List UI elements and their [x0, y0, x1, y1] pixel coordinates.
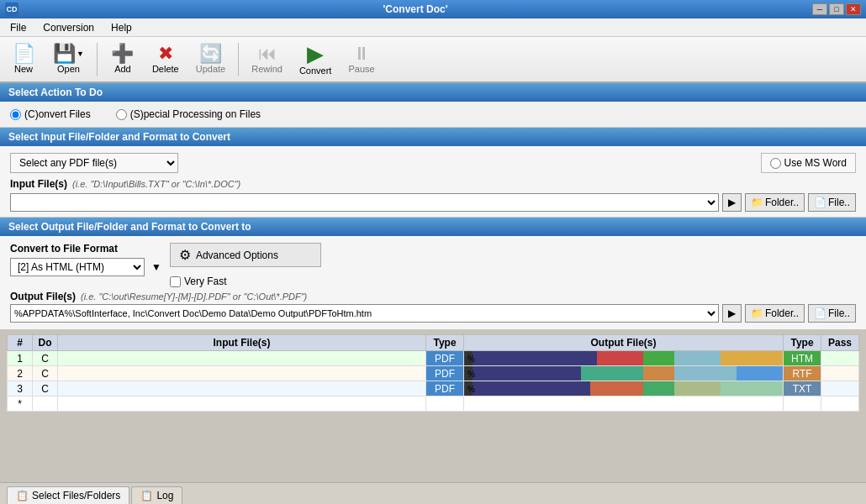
cell-output-2-text: % [467, 370, 475, 379]
toolbar-separator-2 [238, 43, 239, 76]
col-type-out: Type [784, 335, 821, 351]
output-path-select[interactable]: %APPDATA%\SoftInterface, Inc\Convert Doc… [10, 304, 719, 323]
cell-output-2: % [464, 366, 784, 381]
folder-icon: 📁 [751, 197, 763, 208]
open-button[interactable]: 💾 ▼ Open [45, 40, 92, 78]
output-files-label-row: Output File(s) (i.e. "C:\out\Resume[Y]-[… [10, 291, 856, 302]
update-button[interactable]: 🔄 Update [188, 40, 233, 78]
convert-button[interactable]: ▶ Convert [292, 39, 340, 80]
very-fast-checkbox[interactable] [170, 276, 181, 287]
cell-pass-3 [821, 381, 859, 396]
input-file-label: File.. [828, 197, 850, 208]
menu-conversion[interactable]: Conversion [36, 20, 101, 35]
delete-button[interactable]: ✖ Delete [145, 40, 187, 78]
update-label: Update [196, 64, 225, 74]
open-arrow-icon: ▼ [77, 50, 84, 58]
col-output: Output File(s) [464, 335, 784, 351]
use-ms-word-radio[interactable] [770, 158, 781, 169]
toolbar: 📄 New 💾 ▼ Open ➕ Add ✖ Delete 🔄 Update ⏮… [0, 37, 866, 83]
special-processing-option[interactable]: (S)pecial Processing on Files [116, 108, 261, 120]
cell-type-out-new [784, 396, 821, 412]
restore-btn[interactable]: □ [829, 3, 844, 15]
cell-output-3-text: % [467, 385, 475, 394]
output-top-row: Convert to File Format [2] As HTML (HTM)… [10, 243, 856, 287]
format-dropdown-row: [2] As HTML (HTM)[1] As Text (TXT)[3] As… [10, 258, 161, 276]
add-icon: ➕ [111, 45, 134, 63]
pause-label: Pause [348, 64, 374, 74]
close-btn[interactable]: ✕ [846, 3, 861, 15]
cell-num-new: * [8, 396, 33, 412]
rewind-button[interactable]: ⏮ Rewind [244, 40, 290, 78]
input-files-hint: (i.e. "D:\Input\Bills.TXT" or "C:\In\*.D… [72, 179, 240, 189]
cell-type-out-1: HTM [784, 351, 821, 366]
cell-pass-2 [821, 366, 859, 381]
menu-help[interactable]: Help [104, 20, 139, 35]
action-section-header: Select Action To Do [0, 83, 866, 102]
open-label: Open [57, 64, 80, 74]
action-radio-group: (C)onvert Files (S)pecial Processing on … [10, 108, 856, 120]
pause-button[interactable]: ⏸ Pause [341, 40, 382, 78]
input-files-row: ▶ 📁 Folder.. 📄 File.. [10, 193, 856, 212]
delete-icon: ✖ [158, 45, 173, 63]
pdf-select-area: Select any PDF file(s) [10, 153, 178, 173]
input-folder-btn[interactable]: 📁 Folder.. [745, 193, 805, 212]
col-num: # [8, 335, 33, 351]
advanced-options-btn[interactable]: ⚙ Advanced Options [170, 243, 321, 267]
menu-file[interactable]: File [3, 20, 33, 35]
output-files-label: Output File(s) [10, 291, 76, 302]
rewind-icon: ⏮ [258, 45, 277, 63]
output-folder-icon: 📁 [751, 307, 763, 319]
action-section: Select Action To Do (C)onvert Files (S)p… [0, 83, 866, 128]
cell-input-1 [58, 351, 426, 366]
title-bar: CD 'Convert Doc' ─ □ ✕ [0, 0, 866, 18]
special-processing-radio[interactable] [116, 109, 127, 120]
special-processing-label: (S)pecial Processing on Files [130, 108, 261, 120]
col-pass: Pass [821, 335, 859, 351]
action-section-content: (C)onvert Files (S)pecial Processing on … [0, 102, 866, 128]
output-file-btn[interactable]: 📄 File.. [808, 304, 856, 323]
add-label: Add [114, 64, 131, 74]
window-controls: ─ □ ✕ [812, 3, 861, 15]
update-icon: 🔄 [199, 45, 222, 63]
input-section: Select Input File/Folder and Format to C… [0, 128, 866, 218]
input-arrow-btn[interactable]: ▶ [722, 193, 742, 212]
output-arrow-btn[interactable]: ▶ [722, 304, 742, 323]
bottom-tabs: 📋 Select Files/Folders 📋 Log [0, 482, 866, 504]
cell-input-3 [58, 381, 426, 396]
table-row-new[interactable]: * [8, 396, 859, 412]
new-button[interactable]: 📄 New [3, 40, 44, 78]
input-section-header: Select Input File/Folder and Format to C… [0, 128, 866, 146]
output-folder-label: Folder.. [765, 307, 799, 319]
minimize-btn[interactable]: ─ [812, 3, 827, 15]
table-row[interactable]: 3 C PDF % TXT [8, 381, 859, 396]
col-do: Do [33, 335, 58, 351]
cell-output-1: % [464, 351, 784, 366]
use-ms-word-label: Use MS Word [784, 157, 847, 169]
table-row[interactable]: 2 C PDF % RTF [8, 366, 859, 381]
cell-do-1: C [33, 351, 58, 366]
cell-do-3: C [33, 381, 58, 396]
rewind-label: Rewind [251, 64, 283, 74]
advanced-options-icon: ⚙ [179, 247, 191, 263]
delete-label: Delete [152, 64, 179, 74]
cell-input-2 [58, 366, 426, 381]
tab-select-files[interactable]: 📋 Select Files/Folders [7, 486, 129, 504]
output-folder-btn[interactable]: 📁 Folder.. [745, 304, 805, 323]
input-files-select[interactable] [10, 193, 719, 212]
very-fast-option[interactable]: Very Fast [170, 276, 856, 287]
output-section-header: Select Output File/Folder and Format to … [0, 218, 866, 236]
cell-type-in-1: PDF [426, 351, 464, 366]
tab-log[interactable]: 📋 Log [131, 486, 182, 504]
input-file-btn[interactable]: 📄 File.. [808, 193, 856, 212]
table-row[interactable]: 1 C PDF % HTM [8, 351, 859, 366]
input-top-row: Select any PDF file(s) Use MS Word [10, 153, 856, 173]
cell-type-in-3: PDF [426, 381, 464, 396]
cell-do-2: C [33, 366, 58, 381]
format-select[interactable]: [2] As HTML (HTM)[1] As Text (TXT)[3] As… [10, 258, 145, 276]
cell-pass-new [821, 396, 859, 412]
pdf-type-dropdown[interactable]: Select any PDF file(s) [10, 153, 178, 173]
add-button[interactable]: ➕ Add [103, 40, 143, 78]
convert-files-radio[interactable] [10, 109, 21, 120]
convert-label: Convert [299, 66, 332, 76]
convert-files-option[interactable]: (C)onvert Files [10, 108, 91, 120]
